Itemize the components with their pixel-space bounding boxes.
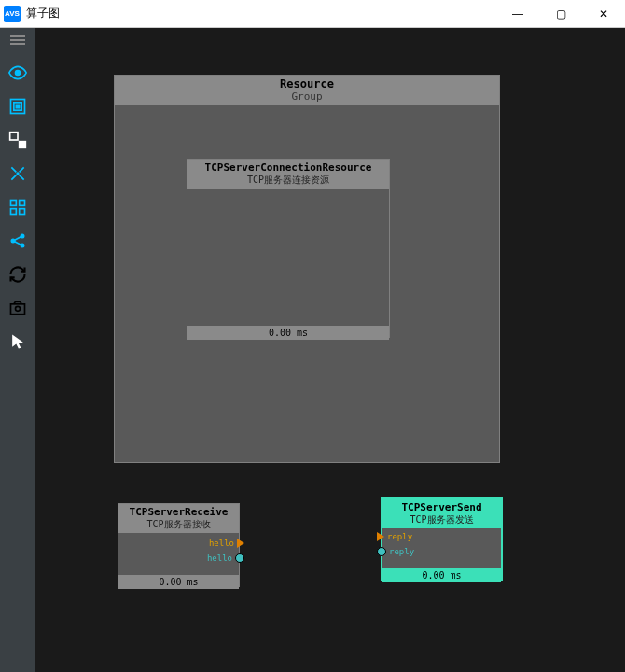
output-port-hello-1[interactable]: hello bbox=[206, 539, 244, 548]
refresh-tool[interactable] bbox=[4, 260, 32, 288]
node-timing: 0.00 ms bbox=[188, 326, 389, 340]
svg-rect-9 bbox=[11, 209, 17, 215]
svg-point-15 bbox=[16, 306, 21, 311]
svg-rect-8 bbox=[20, 201, 25, 206]
collapse-icon bbox=[8, 164, 27, 183]
node-header: TCPServerReceive TCP服务器接收 bbox=[118, 504, 239, 533]
node-body: hello hello bbox=[118, 533, 239, 575]
port-label: reply bbox=[387, 532, 412, 541]
svg-rect-4 bbox=[10, 133, 18, 140]
node-subtitle: TCP服务器发送 bbox=[382, 513, 501, 526]
node-header: Resource Group bbox=[115, 76, 499, 105]
qr-tool[interactable] bbox=[4, 92, 32, 120]
port-label: hello bbox=[207, 553, 232, 563]
svg-rect-5 bbox=[20, 142, 26, 148]
port-triangle-icon bbox=[377, 532, 384, 541]
camera-tool[interactable] bbox=[4, 294, 32, 322]
node-body: reply reply bbox=[382, 528, 501, 568]
qr-icon bbox=[8, 97, 27, 116]
node-subtitle: TCP服务器接收 bbox=[118, 518, 239, 531]
sidebar-toggle[interactable] bbox=[0, 32, 35, 49]
node-title: TCPServerConnectionResource bbox=[188, 161, 389, 174]
tcp-connection-resource-node[interactable]: TCPServerConnectionResource TCP服务器连接资源 0… bbox=[187, 159, 390, 338]
app-icon: AVS bbox=[4, 6, 21, 22]
node-body bbox=[188, 189, 389, 326]
refresh-icon bbox=[8, 265, 27, 284]
node-subtitle: Group bbox=[115, 91, 499, 103]
node-timing: 0.00 ms bbox=[118, 575, 239, 589]
eye-tool[interactable] bbox=[4, 59, 32, 87]
svg-rect-14 bbox=[11, 304, 25, 315]
node-icon bbox=[8, 131, 27, 149]
main-area: Resource Group TCPServerConnectionResour… bbox=[0, 28, 625, 672]
node-title: TCPServerSend bbox=[382, 501, 501, 513]
titlebar: AVS 算子图 — ▢ ✕ bbox=[0, 0, 625, 28]
input-port-reply-2[interactable]: reply bbox=[377, 547, 417, 556]
grid-tool[interactable] bbox=[4, 193, 32, 221]
node-tool[interactable] bbox=[4, 126, 32, 154]
port-triangle-icon bbox=[237, 539, 244, 548]
node-subtitle: TCP服务器连接资源 bbox=[188, 174, 389, 187]
node-header: TCPServerConnectionResource TCP服务器连接资源 bbox=[188, 160, 389, 189]
svg-point-11 bbox=[11, 239, 14, 242]
window-controls: — ▢ ✕ bbox=[496, 0, 625, 28]
camera-icon bbox=[8, 299, 27, 317]
cursor-tool[interactable] bbox=[4, 328, 32, 356]
svg-rect-10 bbox=[20, 209, 25, 215]
svg-rect-7 bbox=[11, 201, 17, 206]
svg-point-0 bbox=[16, 71, 21, 76]
grid-icon bbox=[8, 198, 27, 217]
sidebar bbox=[0, 28, 35, 672]
port-circle-icon bbox=[377, 547, 386, 556]
svg-point-12 bbox=[21, 234, 23, 237]
node-timing: 0.00 ms bbox=[382, 568, 501, 582]
tcp-server-send-node[interactable]: TCPServerSend TCP服务器发送 reply reply 0.00 … bbox=[381, 497, 503, 581]
output-port-hello-2[interactable]: hello bbox=[204, 553, 244, 563]
svg-point-13 bbox=[21, 244, 23, 246]
node-header: TCPServerSend TCP服务器发送 bbox=[382, 499, 501, 528]
port-label: reply bbox=[389, 547, 414, 556]
graph-canvas[interactable]: Resource Group TCPServerConnectionResour… bbox=[35, 28, 625, 672]
maximize-button[interactable]: ▢ bbox=[539, 0, 582, 28]
hamburger-icon bbox=[10, 34, 25, 47]
input-port-reply-1[interactable]: reply bbox=[377, 532, 415, 541]
collapse-tool[interactable] bbox=[4, 160, 32, 188]
minimize-button[interactable]: — bbox=[496, 0, 539, 28]
cursor-icon bbox=[8, 332, 27, 351]
eye-icon bbox=[8, 63, 27, 82]
node-title: TCPServerReceive bbox=[118, 506, 239, 518]
close-button[interactable]: ✕ bbox=[582, 0, 625, 28]
share-tool[interactable] bbox=[4, 227, 32, 255]
svg-point-6 bbox=[17, 173, 19, 175]
port-circle-icon bbox=[235, 553, 244, 563]
node-title: Resource bbox=[115, 77, 499, 91]
svg-rect-3 bbox=[16, 105, 19, 107]
tcp-server-receive-node[interactable]: TCPServerReceive TCP服务器接收 hello hello 0.… bbox=[118, 503, 240, 587]
share-icon bbox=[8, 231, 27, 250]
port-label: hello bbox=[209, 539, 234, 548]
window-title: 算子图 bbox=[26, 6, 60, 21]
